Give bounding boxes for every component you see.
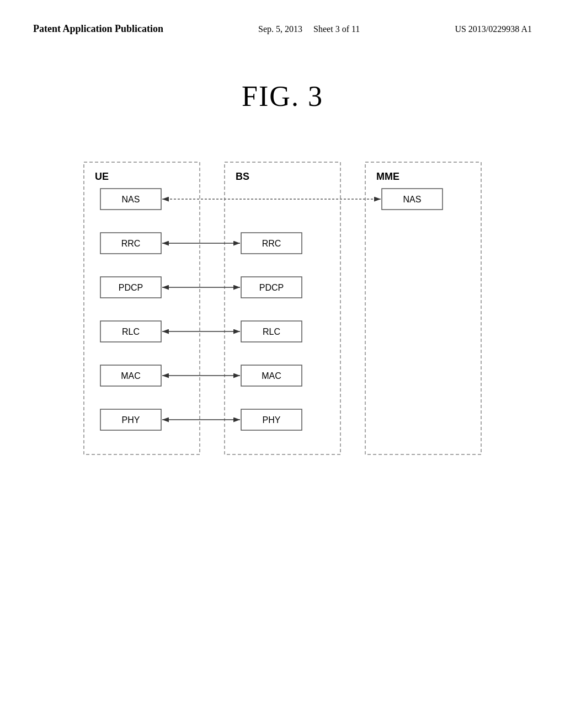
protocol-diagram: UE BS MME NAS RRC PDCP RLC MAC PHY	[67, 157, 498, 465]
sheet-info: Sheet 3 of 11	[313, 24, 360, 34]
mme-nas-label: NAS	[403, 195, 422, 204]
ue-label: UE	[95, 171, 109, 182]
ue-mac-label: MAC	[121, 371, 141, 381]
bs-label: BS	[236, 171, 249, 182]
bs-rrc-label: RRC	[262, 239, 281, 248]
mme-label: MME	[376, 171, 399, 182]
publication-date: Sep. 5, 2013	[258, 24, 302, 34]
figure-title: FIG. 3	[0, 80, 565, 113]
date-sheet: Sep. 5, 2013 Sheet 3 of 11	[258, 22, 360, 34]
bs-pdcp-label: PDCP	[259, 283, 284, 292]
publication-label: Patent Application Publication	[33, 22, 163, 36]
ue-rlc-label: RLC	[122, 327, 140, 336]
ue-pdcp-label: PDCP	[119, 283, 143, 292]
bs-mac-label: MAC	[262, 371, 281, 381]
bs-rlc-label: RLC	[263, 327, 280, 336]
patent-number: US 2013/0229938 A1	[455, 22, 532, 34]
ue-rrc-label: RRC	[121, 239, 141, 248]
bs-phy-label: PHY	[263, 415, 281, 425]
page: Patent Application Publication Sep. 5, 2…	[0, 0, 565, 728]
ue-nas-label: NAS	[122, 195, 140, 204]
diagram-container: UE BS MME NAS RRC PDCP RLC MAC PHY	[62, 157, 503, 465]
header: Patent Application Publication Sep. 5, 2…	[0, 0, 565, 47]
ue-phy-label: PHY	[122, 415, 140, 425]
